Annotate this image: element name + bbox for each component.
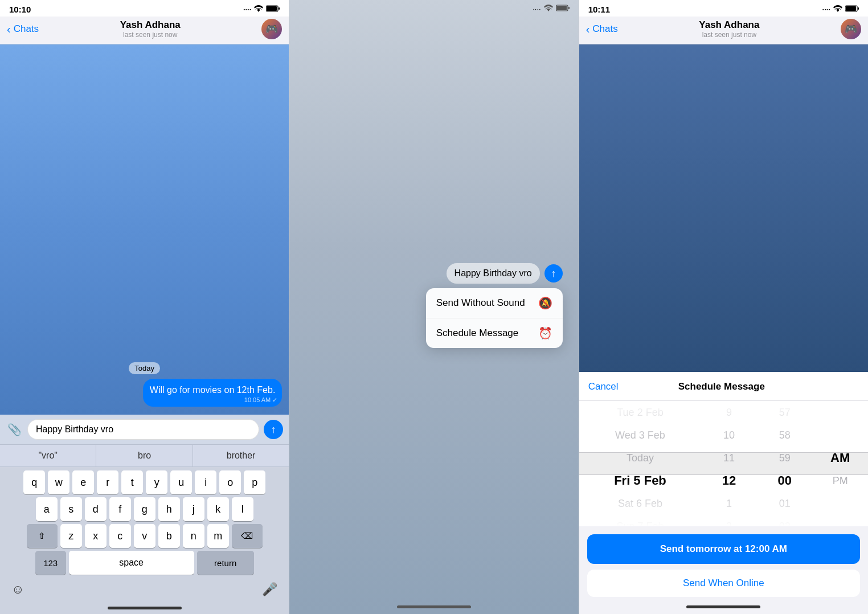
picker-pm[interactable]: PM — [812, 469, 868, 492]
home-bar-p3 — [686, 605, 760, 608]
send-button-p1[interactable]: ↑ — [264, 420, 283, 439]
battery-icon — [266, 5, 280, 14]
key-e[interactable]: e — [72, 470, 94, 494]
picker-hour-2[interactable]: 11 — [701, 447, 757, 469]
key-g[interactable]: g — [134, 497, 155, 521]
message-bubble-sent: Will go for movies on 12th Feb. 10:05 AM… — [143, 379, 282, 407]
key-o[interactable]: o — [219, 470, 241, 494]
svg-rect-5 — [568, 7, 570, 9]
key-p[interactable]: p — [244, 470, 265, 494]
popup-menu: Send Without Sound 🔕 Schedule Message ⏰ — [426, 288, 563, 348]
key-x[interactable]: x — [85, 524, 107, 548]
key-t[interactable]: t — [121, 470, 143, 494]
key-123[interactable]: 123 — [35, 551, 66, 575]
nav-bar-p1: ‹ Chats Yash Adhana last seen just now 🎮 — [0, 17, 289, 44]
picker-hour-5[interactable]: 2 — [701, 515, 757, 526]
chat-area-p1: Today Will go for movies on 12th Feb. 10… — [0, 44, 289, 415]
picker-hour-3[interactable]: 12 — [701, 469, 757, 492]
key-d[interactable]: d — [85, 497, 107, 521]
picker-col-minute[interactable]: 57 58 59 00 01 02 03 — [757, 401, 813, 526]
menu-item-no-sound[interactable]: Send Without Sound 🔕 — [426, 288, 563, 318]
key-h[interactable]: h — [158, 497, 180, 521]
picker-date-5[interactable]: Sun 7 Feb — [579, 515, 702, 526]
emoji-icon[interactable]: ☺ — [11, 582, 24, 597]
picker-ampm-items: AM PM — [812, 447, 868, 492]
key-v[interactable]: v — [134, 524, 155, 548]
picker-hour-items: 9 10 11 12 1 2 3 — [701, 401, 757, 526]
picker-date-4[interactable]: Sat 6 Feb — [579, 492, 702, 515]
panel-2: ···· Happy Birthday vro ↑ Send Without S… — [289, 0, 578, 614]
key-row-1: q w e r t y u i o p — [2, 470, 286, 494]
attach-button[interactable]: 📎 — [6, 421, 23, 438]
key-shift[interactable]: ⇧ — [27, 524, 58, 548]
autocomplete-bro[interactable]: bro — [96, 445, 193, 466]
key-f[interactable]: f — [109, 497, 131, 521]
picker-hour-1[interactable]: 10 — [701, 424, 757, 447]
chevron-left-icon: ‹ — [7, 23, 11, 36]
picker-col-date[interactable]: Tue 2 Feb Wed 3 Feb Today Fri 5 Feb Sat … — [579, 401, 702, 526]
menu-item-schedule[interactable]: Schedule Message ⏰ — [426, 318, 563, 348]
p2-bubble-row: Happy Birthday vro ↑ — [447, 263, 563, 284]
svg-rect-1 — [267, 6, 277, 11]
status-time-p3: 10:11 — [588, 5, 610, 14]
p2-send-btn[interactable]: ↑ — [544, 264, 563, 283]
key-l[interactable]: l — [232, 497, 253, 521]
autocomplete-vro[interactable]: "vro" — [0, 445, 96, 466]
picker-container[interactable]: Tue 2 Feb Wed 3 Feb Today Fri 5 Feb Sat … — [579, 401, 868, 526]
picker-min-1[interactable]: 58 — [757, 424, 813, 447]
schedule-cancel-btn[interactable]: Cancel — [588, 381, 619, 392]
key-backspace[interactable]: ⌫ — [232, 524, 263, 548]
autocomplete-brother[interactable]: brother — [193, 445, 289, 466]
message-input-p1[interactable] — [27, 419, 259, 440]
picker-min-5[interactable]: 02 — [757, 515, 813, 526]
picker-min-2[interactable]: 59 — [757, 447, 813, 469]
key-i[interactable]: i — [195, 470, 216, 494]
key-q[interactable]: q — [23, 470, 45, 494]
schedule-buttons: Send tomorrow at 12:00 AM Send When Onli… — [579, 526, 868, 601]
contact-name-p3: Yash Adhana — [699, 19, 759, 31]
menu-label-schedule: Schedule Message — [436, 328, 519, 339]
key-s[interactable]: s — [60, 497, 82, 521]
key-w[interactable]: w — [48, 470, 69, 494]
input-bar-p1: 📎 ↑ — [0, 415, 289, 444]
bottom-bar-p1: ☺ 🎤 — [0, 580, 289, 601]
key-z[interactable]: z — [60, 524, 82, 548]
picker-min-0[interactable]: 57 — [757, 401, 813, 424]
key-j[interactable]: j — [183, 497, 204, 521]
picker-date-0[interactable]: Tue 2 Feb — [579, 401, 702, 424]
back-button-p3[interactable]: ‹ Chats — [586, 23, 618, 36]
send-tomorrow-btn[interactable]: Send tomorrow at 12:00 AM — [587, 534, 860, 564]
key-space[interactable]: space — [69, 551, 194, 575]
send-online-btn[interactable]: Send When Online — [587, 570, 860, 597]
back-button-p1[interactable]: ‹ Chats — [7, 23, 39, 36]
key-m[interactable]: m — [207, 524, 229, 548]
key-u[interactable]: u — [170, 470, 192, 494]
picker-hour-4[interactable]: 1 — [701, 492, 757, 515]
wifi-icon — [254, 5, 263, 14]
key-c[interactable]: c — [109, 524, 131, 548]
key-b[interactable]: b — [158, 524, 180, 548]
contact-avatar-p1[interactable]: 🎮 — [261, 19, 282, 39]
key-k[interactable]: k — [207, 497, 229, 521]
picker-min-3[interactable]: 00 — [757, 469, 813, 492]
key-y[interactable]: y — [146, 470, 167, 494]
key-n[interactable]: n — [183, 524, 204, 548]
picker-col-ampm[interactable]: AM PM — [812, 401, 868, 526]
mic-icon[interactable]: 🎤 — [262, 582, 277, 597]
key-r[interactable]: r — [97, 470, 118, 494]
picker-min-4[interactable]: 01 — [757, 492, 813, 515]
contact-avatar-p3[interactable]: 🎮 — [841, 19, 861, 39]
key-return[interactable]: return — [197, 551, 254, 575]
status-bar-p1: 10:10 ···· — [0, 0, 289, 17]
picker-date-2[interactable]: Today — [579, 447, 702, 469]
picker-am[interactable]: AM — [812, 447, 868, 469]
picker-hour-0[interactable]: 9 — [701, 401, 757, 424]
picker-date-3[interactable]: Fri 5 Feb — [579, 469, 702, 492]
home-indicator-p2 — [289, 601, 578, 614]
picker-date-1[interactable]: Wed 3 Feb — [579, 424, 702, 447]
checkmark-icon: ✓ — [272, 396, 277, 403]
key-a[interactable]: a — [36, 497, 58, 521]
svg-rect-2 — [279, 7, 280, 10]
home-bar-p2 — [397, 605, 471, 608]
picker-col-hour[interactable]: 9 10 11 12 1 2 3 — [701, 401, 757, 526]
